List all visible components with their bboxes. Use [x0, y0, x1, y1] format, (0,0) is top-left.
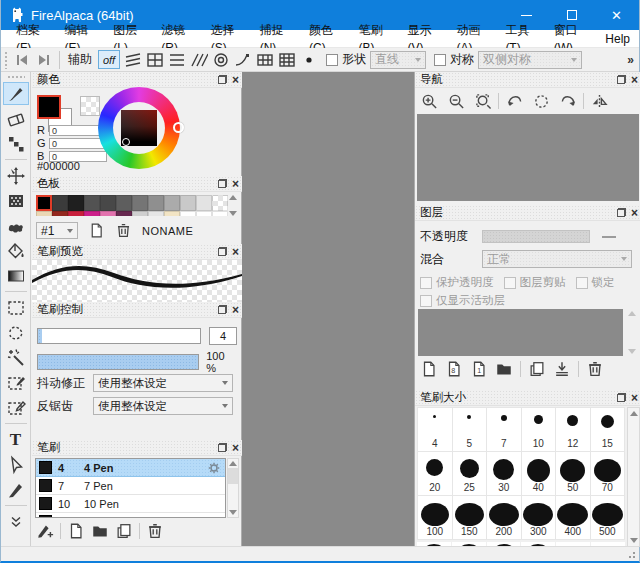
zoom-fit-button[interactable]	[471, 91, 495, 111]
brush-list-item[interactable]: 77 Pen	[36, 477, 225, 495]
palette-swatch[interactable]	[148, 211, 164, 216]
brush-list-item[interactable]: 1515 Pen	[36, 513, 225, 518]
brush-size-cell[interactable]: 40	[522, 452, 556, 495]
palette-scrollbar[interactable]	[227, 195, 238, 216]
palette-swatch[interactable]	[52, 195, 68, 211]
brush-list-item[interactable]: 44 Pen	[36, 459, 225, 477]
float-panel-icon[interactable]	[218, 247, 227, 256]
symmetry-select[interactable]: 双侧对称	[478, 51, 582, 69]
dot-tool-button[interactable]	[3, 132, 29, 155]
new-8bit-layer-button[interactable]: 8	[445, 360, 463, 378]
assist-table-icon[interactable]	[254, 50, 276, 70]
close-panel-icon[interactable]: ×	[631, 75, 638, 85]
brush-size-cell[interactable]: 100	[418, 496, 452, 539]
assist-diagonal-hatch-icon[interactable]	[188, 50, 210, 70]
gradient-tool-button[interactable]	[3, 264, 29, 287]
pointer-tool-button[interactable]	[3, 453, 29, 476]
brush-size-cell[interactable]: 25	[453, 452, 487, 495]
brush-size-cell[interactable]: 4	[418, 408, 452, 451]
duplicate-brush-button[interactable]	[115, 522, 133, 540]
palette-swatch[interactable]	[148, 195, 164, 211]
palette-swatch[interactable]	[164, 195, 180, 211]
hue-handle[interactable]	[173, 122, 184, 133]
brush-size-cell[interactable]: 200	[487, 496, 521, 539]
palette-swatch[interactable]	[68, 211, 84, 216]
canvas-area[interactable]	[242, 72, 414, 546]
merge-layer-button[interactable]	[553, 360, 571, 378]
tool-rail-more-button[interactable]	[3, 510, 29, 533]
brush-size-slider[interactable]	[37, 328, 201, 344]
delete-swatch-button[interactable]	[115, 222, 132, 239]
close-panel-icon[interactable]: ×	[232, 305, 239, 315]
resize-grip[interactable]	[626, 549, 636, 559]
brush-size-cell[interactable]: 500	[591, 496, 625, 539]
rect-select-tool-button[interactable]	[3, 296, 29, 319]
close-panel-icon[interactable]: ×	[631, 208, 638, 218]
palette-swatch[interactable]	[212, 211, 228, 216]
delete-brush-button[interactable]	[146, 522, 164, 540]
eraser-tool-button[interactable]	[3, 107, 29, 130]
palette-swatch[interactable]	[36, 211, 52, 216]
brush-size-cell[interactable]: 7	[487, 408, 521, 451]
float-panel-icon[interactable]	[218, 305, 227, 314]
palette-swatch[interactable]	[180, 195, 196, 211]
toolbar-drag-handle[interactable]	[4, 51, 8, 69]
new-1bit-layer-button[interactable]: 1	[470, 360, 488, 378]
zoom-in-button[interactable]	[417, 91, 441, 111]
brush-size-cell[interactable]: 150	[453, 496, 487, 539]
close-button[interactable]: ✕	[594, 0, 639, 30]
palette-set-select[interactable]: #1	[36, 222, 78, 239]
redo-button[interactable]	[33, 50, 55, 70]
pen-tool-button[interactable]	[3, 478, 29, 501]
brush-size-cell[interactable]: 50	[556, 452, 590, 495]
brush-size-cell[interactable]: 15	[591, 408, 625, 451]
float-panel-icon[interactable]	[218, 75, 227, 84]
magic-wand-tool-button[interactable]	[3, 346, 29, 369]
close-panel-icon[interactable]: ×	[232, 247, 239, 257]
select-pen-tool-button[interactable]	[3, 371, 29, 394]
brush-preview-header[interactable]: 笔刷预览 ×	[32, 244, 242, 260]
shape-select[interactable]: 直线	[370, 51, 426, 69]
palette-swatch[interactable]	[180, 211, 196, 216]
text-tool-button[interactable]: T	[3, 428, 29, 451]
palette-swatch[interactable]	[132, 211, 148, 216]
brush-tool-button[interactable]	[3, 82, 29, 105]
green-slider[interactable]: 0	[49, 138, 107, 149]
lock-checkbox[interactable]	[576, 277, 588, 289]
close-panel-icon[interactable]: ×	[232, 75, 239, 85]
palette-swatch[interactable]	[52, 211, 68, 216]
layer-panel-header[interactable]: 图层 ×	[415, 205, 640, 221]
brush-size-cell[interactable]: 300	[522, 496, 556, 539]
clipping-checkbox[interactable]	[504, 277, 516, 289]
palette-swatch[interactable]	[68, 195, 84, 211]
palette-swatch[interactable]	[84, 211, 100, 216]
navigator-preview[interactable]	[417, 114, 639, 201]
new-layer-button[interactable]	[420, 360, 438, 378]
assist-parallel-icon[interactable]	[122, 50, 144, 70]
palette-swatch[interactable]	[212, 195, 228, 211]
blend-select[interactable]: 正常	[482, 250, 632, 268]
navigator-header[interactable]: 导航 ×	[415, 72, 640, 88]
zoom-out-button[interactable]	[444, 91, 468, 111]
palette-swatch[interactable]	[196, 195, 212, 211]
rotate-cw-button[interactable]	[556, 91, 580, 111]
brush-size-cell[interactable]: 70	[591, 452, 625, 495]
close-panel-icon[interactable]: ×	[631, 393, 638, 403]
assist-dot-icon[interactable]	[298, 50, 320, 70]
screentone-tool-button[interactable]	[3, 189, 29, 212]
brush-size-cell[interactable]: 20	[418, 452, 452, 495]
brush-list-scrollbar[interactable]	[227, 458, 239, 518]
active-only-checkbox[interactable]	[420, 295, 432, 307]
layer-list[interactable]	[418, 309, 623, 356]
flip-horizontal-button[interactable]	[587, 91, 611, 111]
palette-swatch[interactable]	[100, 195, 116, 211]
palette-swatch[interactable]	[132, 195, 148, 211]
toolbar-overflow-button[interactable]: »	[627, 53, 633, 67]
smudge-tool-button[interactable]	[3, 214, 29, 237]
float-panel-icon[interactable]	[617, 75, 626, 84]
brush-size-cell[interactable]: 12	[556, 408, 590, 451]
tool-rail-drag-handle[interactable]	[7, 75, 25, 79]
layer-opacity-slider[interactable]	[482, 230, 590, 243]
close-panel-icon[interactable]: ×	[232, 179, 239, 189]
protect-alpha-checkbox[interactable]	[420, 277, 432, 289]
